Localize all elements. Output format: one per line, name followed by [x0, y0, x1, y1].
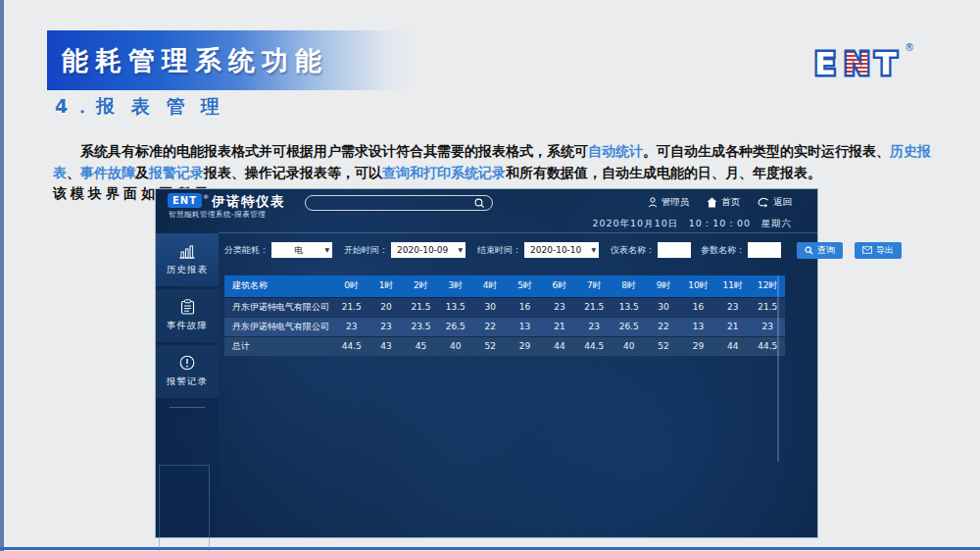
- nav-admin[interactable]: 管理员: [648, 196, 690, 209]
- scrollbar[interactable]: [777, 276, 779, 462]
- search-input[interactable]: [305, 195, 493, 211]
- sidebar: 历史报表 事件故障 报警记录: [156, 233, 219, 537]
- slide-bottom-rule: [0, 547, 980, 550]
- value-cell: 44: [715, 336, 750, 356]
- highlight-auto-stats: 自动统计: [588, 143, 643, 159]
- value-cell: 23: [368, 317, 403, 336]
- sidebar-item-event-fault[interactable]: 事件故障: [156, 289, 219, 342]
- hour-column-header: 2时: [404, 276, 438, 297]
- export-button[interactable]: 导出: [855, 242, 902, 259]
- paragraph-text: 系统具有标准的电能报表格式并可根据用户需求设计符合其需要的报表格式，系统可: [80, 143, 588, 159]
- highlight-event-fault: 事件故障: [80, 165, 135, 180]
- value-cell: 30: [646, 297, 680, 317]
- start-time-value: 2020-10-09: [397, 245, 448, 255]
- home-icon: [707, 197, 717, 208]
- hour-column-header: 11时: [715, 276, 750, 297]
- value-cell: 29: [681, 336, 715, 356]
- sidebar-item-alarm-record[interactable]: 报警记录: [156, 345, 219, 398]
- value-cell: 21.5: [404, 297, 438, 317]
- return-arrow-icon: [758, 197, 769, 208]
- paragraph-text: 及: [135, 165, 149, 180]
- nav-back[interactable]: 返回: [758, 196, 792, 209]
- hour-column-header: 3时: [438, 276, 472, 297]
- meter-name-input[interactable]: [658, 242, 691, 258]
- value-cell: 16: [681, 297, 715, 317]
- value-cell: 21.5: [577, 297, 612, 317]
- query-button-label: 查询: [817, 244, 835, 257]
- value-cell: 13: [508, 317, 542, 336]
- value-cell: 23: [577, 317, 612, 336]
- value-cell: 52: [473, 336, 508, 356]
- app-brand: ENT ® 伊诺特仪表: [168, 193, 285, 209]
- start-time-select[interactable]: 2020-10-09 ▼: [391, 242, 466, 258]
- report-table-container: 建筑名称0时1时2时3时4时5时6时7时8时9时10时11时12时丹东伊诺特电气…: [224, 276, 785, 356]
- value-cell: 52: [646, 336, 680, 356]
- nav-home-label: 首页: [721, 196, 740, 209]
- value-cell: 30: [473, 297, 508, 317]
- top-navigation: 管理员 首页 返回: [648, 196, 793, 209]
- paragraph-text: 、: [67, 165, 80, 180]
- value-cell: 40: [438, 336, 472, 356]
- clipboard-icon: [180, 299, 195, 315]
- report-table: 建筑名称0时1时2时3时4时5时6时7时8时9时10时11时12时丹东伊诺特电气…: [224, 276, 785, 356]
- category-value: 电: [295, 244, 304, 257]
- value-cell: 22: [473, 317, 508, 336]
- nav-home[interactable]: 首页: [707, 196, 740, 209]
- envelope-icon: [862, 246, 872, 254]
- paragraph-text: 报表、操作记录报表等，可以: [204, 165, 382, 180]
- value-cell: 13.5: [438, 297, 472, 317]
- param-name-label: 参数名称：: [701, 244, 745, 257]
- building-column-header: 建筑名称: [224, 276, 334, 297]
- user-icon: [648, 197, 658, 208]
- app-logo-badge: ENT: [168, 193, 202, 208]
- value-cell: 44.5: [751, 336, 786, 356]
- alert-circle-icon: [179, 355, 195, 371]
- value-cell: 23: [751, 317, 786, 336]
- table-row: 丹东伊诺特电气有限公司21.52021.513.530162321.513.53…: [224, 297, 785, 317]
- category-filter: 分类能耗： 电 ▼: [224, 242, 332, 258]
- hour-column-header: 6时: [542, 276, 576, 297]
- sidebar-divider: [170, 407, 205, 408]
- datetime-text: 2020年10月10日 10：10：00 星期六: [592, 218, 792, 230]
- paragraph-text: 。可自动生成各种类型的实时运行报表、: [643, 143, 890, 159]
- start-time-label: 开始时间：: [344, 244, 388, 257]
- building-name-cell: 总计: [224, 336, 334, 356]
- slide-left-edge-strip: [0, 0, 4, 551]
- value-cell: 23: [542, 297, 576, 317]
- param-name-input[interactable]: [748, 242, 781, 258]
- value-cell: 21.5: [334, 297, 368, 317]
- value-cell: 43: [368, 336, 403, 356]
- end-time-label: 结束时间：: [477, 244, 521, 257]
- search-icon: [805, 246, 813, 255]
- hour-column-header: 9时: [646, 276, 680, 297]
- query-button[interactable]: 查询: [797, 242, 843, 259]
- logo-letter-n: N: [844, 45, 870, 82]
- end-time-select[interactable]: 2020-10-10 ▼: [524, 242, 599, 258]
- sidebar-item-history-report[interactable]: 历史报表: [156, 233, 219, 286]
- value-cell: 22: [646, 317, 680, 336]
- logo-letter-e: E: [814, 45, 836, 82]
- filter-bar: 分类能耗： 电 ▼ 开始时间： 2020-10-09 ▼ 结束时间： 2020-…: [224, 238, 789, 262]
- hour-column-header: 12时: [751, 276, 786, 297]
- banner-title: 能耗管理系统功能: [62, 43, 328, 78]
- value-cell: 26.5: [438, 317, 472, 336]
- export-button-label: 导出: [876, 244, 894, 257]
- meter-name-label: 仪表名称：: [611, 244, 655, 257]
- hour-column-header: 10时: [681, 276, 715, 297]
- highlight-query-print: 查询和打印系统记录: [382, 165, 506, 180]
- hour-column-header: 8时: [612, 276, 646, 297]
- building-name-cell: 丹东伊诺特电气有限公司: [224, 317, 334, 336]
- caret-down-icon: ▼: [458, 246, 463, 253]
- search-icon: [474, 198, 485, 209]
- value-cell: 16: [508, 297, 542, 317]
- hour-column-header: 0时: [334, 276, 368, 297]
- registered-mark-icon: ®: [203, 193, 209, 200]
- registered-mark-icon: ®: [905, 42, 914, 53]
- category-select[interactable]: 电 ▼: [271, 242, 332, 258]
- nav-admin-label: 管理员: [662, 196, 690, 209]
- value-cell: 21: [715, 317, 750, 336]
- datetime-bar: 2020年10月10日 10：10：00 星期六: [219, 216, 817, 233]
- value-cell: 44.5: [577, 336, 612, 356]
- value-cell: 23.5: [404, 317, 438, 336]
- value-cell: 23: [715, 297, 750, 317]
